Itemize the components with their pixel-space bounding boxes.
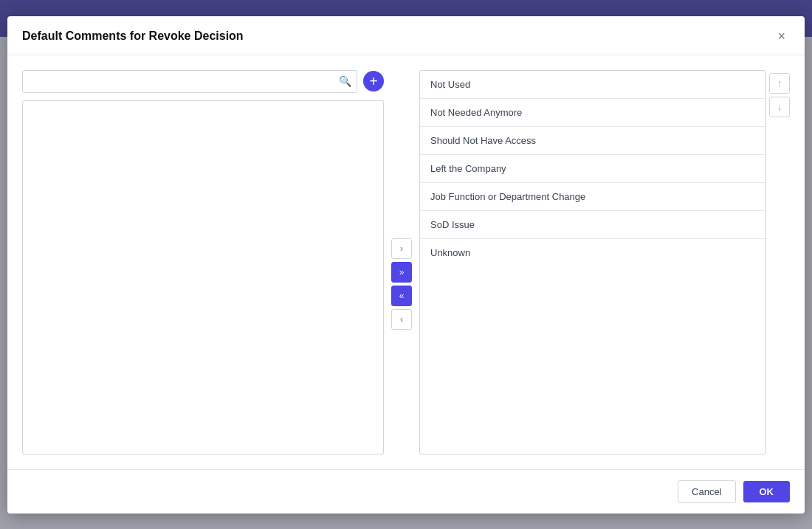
- dialog: Default Comments for Revoke Decision × 🔍…: [7, 16, 805, 514]
- search-input-wrap: 🔍: [22, 70, 357, 93]
- list-item[interactable]: Not Used: [420, 71, 765, 99]
- search-row: 🔍 +: [22, 70, 384, 93]
- list-item[interactable]: Left the Company: [420, 155, 765, 183]
- right-list-box: Not UsedNot Needed AnymoreShould Not Hav…: [419, 70, 766, 454]
- left-panel: 🔍 +: [22, 70, 384, 454]
- cancel-button[interactable]: Cancel: [678, 480, 735, 503]
- move-left-all-button[interactable]: «: [391, 286, 412, 306]
- move-right-all-button[interactable]: »: [391, 262, 412, 283]
- move-up-button[interactable]: ↑: [769, 73, 790, 94]
- modal-header: Default Comments for Revoke Decision ×: [7, 16, 805, 55]
- add-button[interactable]: +: [363, 71, 384, 91]
- ok-button[interactable]: OK: [743, 481, 791, 502]
- close-button[interactable]: ×: [773, 28, 790, 44]
- list-item[interactable]: Should Not Have Access: [420, 127, 765, 155]
- modal-title: Default Comments for Revoke Decision: [22, 30, 244, 43]
- modal-body: 🔍 + › » « ‹ Not UsedNot Needed AnymoreSh…: [7, 55, 805, 469]
- modal-footer: Cancel OK: [7, 469, 805, 514]
- right-panel: Not UsedNot Needed AnymoreShould Not Hav…: [419, 70, 790, 454]
- list-item[interactable]: SoD Issue: [420, 211, 765, 239]
- list-item[interactable]: Unknown: [420, 239, 765, 266]
- search-input[interactable]: [22, 70, 357, 93]
- list-item[interactable]: Job Function or Department Change: [420, 183, 765, 211]
- move-down-button[interactable]: ↓: [769, 97, 790, 117]
- reorder-buttons: ↑ ↓: [769, 70, 790, 454]
- move-left-single-button[interactable]: ‹: [391, 309, 412, 330]
- move-right-single-button[interactable]: ›: [391, 238, 412, 259]
- left-list-box: [22, 100, 384, 454]
- list-item[interactable]: Not Needed Anymore: [420, 99, 765, 127]
- transfer-buttons: › » « ‹: [384, 70, 419, 454]
